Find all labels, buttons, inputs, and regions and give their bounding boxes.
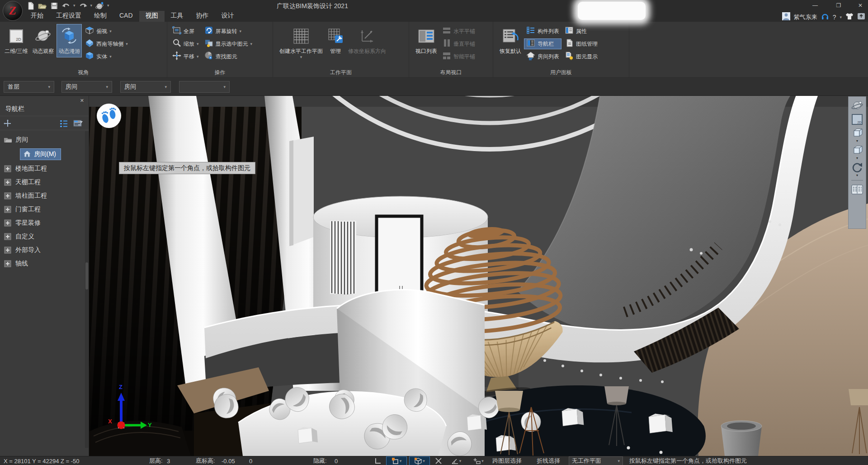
btn-sw-isometric[interactable]: 西南等轴侧▾ [83,38,130,49]
help-dropdown-icon[interactable]: ▾ [840,15,842,19]
cube-select-toggle[interactable]: ▾ [409,456,430,465]
angle-snap-toggle[interactable]: ▾ [447,456,466,465]
tab-collaborate[interactable]: 协作 [190,11,215,22]
user-avatar[interactable] [782,12,790,22]
btn-room-list[interactable]: 房间列表 [524,51,561,62]
base-elevation-extra[interactable]: 0 [249,456,252,465]
btn-screen-rotate[interactable]: 屏幕旋转▾ [202,26,255,37]
sw-isometric-icon [85,38,94,49]
minimize-button[interactable]: — [808,1,822,10]
new-file-icon[interactable] [26,1,35,10]
tree-item-external-import[interactable]: 外部导入 [0,243,85,257]
tree-item-axis-lines[interactable]: 轴线 [0,257,85,270]
user-name[interactable]: 紫气东来 [794,13,817,21]
context-selector-row: 首层▾ 房间▾ 房间▾ ▾ [0,78,868,96]
btn-element-display[interactable]: 图元显示 [562,51,600,62]
btn-pan[interactable]: 平移▾ [170,51,201,62]
viewport-3d[interactable]: 按鼠标左键指定第一个角点，或拾取构件图元 X Y Z 2D ▾ ▾ ▾ [89,96,868,456]
add-view-icon[interactable] [4,119,12,129]
2d-view-tool-icon[interactable]: 2D [850,113,864,126]
btn-solid-style[interactable]: 实体▾ [83,51,130,62]
tree-item-custom[interactable]: 自定义 [0,230,85,243]
increment-toggle[interactable]: ▾ [468,456,488,465]
app-logo[interactable]: Z [3,1,23,21]
close-button[interactable]: ✕ [854,1,867,10]
redo-dropdown-icon[interactable]: ▾ [90,4,93,8]
btn-navigation-bar[interactable]: 导航栏 [524,38,561,49]
restore-button[interactable]: ❐ [832,1,845,10]
undo-icon[interactable] [61,1,70,10]
type-select[interactable]: 房间▾ [120,81,171,93]
tab-tools[interactable]: 工具 [165,11,190,22]
btn-2d-3d[interactable]: 2D 二维/三维 [3,24,29,57]
btn-tile-vertical[interactable]: 垂直平铺 [440,38,477,49]
tree-item-ceiling-works[interactable]: 天棚工程 [0,176,85,189]
empty-select[interactable]: ▾ [179,81,230,93]
fullscreen-icon [172,26,181,37]
btn-top-view[interactable]: 俯视▾ [83,26,130,37]
btn-fullscreen[interactable]: 全屏 [170,26,201,37]
skin-shirt-icon[interactable] [845,13,854,22]
workplane-select[interactable]: 无工作平面▾ [569,456,623,465]
tab-draw[interactable]: 绘制 [88,11,113,22]
headset-icon[interactable] [821,12,829,22]
btn-viewport-list[interactable]: 视口列表 [414,24,439,57]
tree-item-door-window-works[interactable]: 门窗工程 [0,203,85,216]
snap-cross-toggle[interactable] [432,456,445,465]
btn-dynamic-walkthrough[interactable]: 动态漫游 [57,24,82,57]
base-elevation-value[interactable]: -0.05 [222,456,235,465]
rect-select-toggle[interactable]: ▾ [386,456,407,465]
redo-icon[interactable] [79,1,87,10]
sync-sphere-icon[interactable] [95,1,104,10]
panel-layout-icon[interactable] [73,119,83,129]
btn-modify-coord-direction[interactable]: 修改坐标系方向 [346,24,388,57]
floor-height-label: 层高: [149,456,163,465]
floor-select[interactable]: 首层▾ [4,81,54,93]
cursor-tooltip: 按鼠标左键指定第一个角点，或拾取构件图元 [119,162,255,174]
btn-show-selected[interactable]: 显示选中图元▾ [202,38,255,49]
btn-tile-horizontal[interactable]: 水平平铺 [440,26,477,37]
btn-orbit[interactable]: 动态观察 [30,24,56,57]
tab-view[interactable]: 视图 [139,11,165,22]
tree-item-wall-column-works[interactable]: 墙柱面工程 [0,189,85,203]
drawing-management-icon [565,38,574,49]
cross-layer-select-button[interactable]: 跨图层选择 [492,456,522,465]
cube-view-tool2-icon[interactable]: ▾ [850,144,864,160]
btn-find-element[interactable]: 查找图元 [202,51,255,62]
list-view-icon[interactable] [60,119,68,129]
category-select[interactable]: 房间▾ [61,81,112,93]
btn-tile-smart[interactable]: 智能平铺 [440,51,477,62]
btn-drawing-management[interactable]: 图纸管理 [562,38,600,49]
tab-start[interactable]: 开始 [24,11,50,22]
tree-root-room[interactable]: 房间 [0,133,85,147]
btn-zoom[interactable]: 缩放▾ [170,38,201,49]
tree-item-room-m[interactable]: 房间(M) [0,147,85,162]
btn-create-horizontal-workplane[interactable]: 创建水平工作平面 ▾ [278,24,325,62]
tab-project-settings[interactable]: 工程设置 [50,11,88,22]
tab-design[interactable]: 设计 [215,11,241,22]
tab-cad[interactable]: CAD [113,11,139,22]
ortho-toggle[interactable] [372,456,384,465]
btn-manage-workplane[interactable]: 管理 [326,24,345,57]
spec-table-tool-icon[interactable] [850,183,864,196]
btn-properties[interactable]: 属性 [562,26,600,37]
panel-close-icon[interactable]: ✕ [80,98,84,104]
btn-restore-default[interactable]: 恢复默认 [498,24,523,57]
btn-component-list[interactable]: 构件列表 [524,26,561,37]
tree-item-floor-works[interactable]: 楼地面工程 [0,162,85,176]
polyline-select-button[interactable]: 折线选择 [537,456,560,465]
publish-upload-icon[interactable] [857,13,865,22]
refresh-view-tool-icon[interactable]: ▾ [850,161,864,177]
open-file-icon[interactable] [38,1,47,10]
component-list-icon [526,26,535,37]
cube-view-tool-icon[interactable]: ▾ [850,127,864,143]
floor-height-value[interactable]: 3 [167,456,170,465]
panel-scrollbar[interactable] [85,131,89,448]
hidden-label: 隐藏: [313,456,327,465]
help-icon[interactable]: ? [833,14,836,21]
save-icon[interactable] [50,1,58,10]
toolbar-customize-icon[interactable]: ▾ [107,4,109,8]
undo-dropdown-icon[interactable]: ▾ [73,4,75,8]
orbit-tool-icon[interactable] [850,100,864,112]
tree-item-misc-decoration[interactable]: 零星装修 [0,216,85,230]
